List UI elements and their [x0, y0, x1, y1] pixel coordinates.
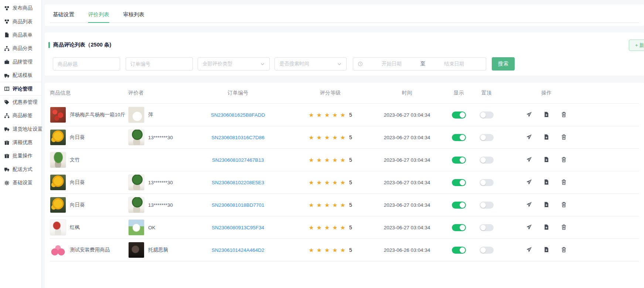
show-toggle[interactable]: [452, 247, 466, 254]
start-date-placeholder[interactable]: 开始日期: [364, 61, 419, 67]
column-header-评分等级: 评分等级: [292, 90, 369, 96]
note-button[interactable]: [543, 202, 550, 208]
review-time: 2023-06-26 03:04:34: [384, 247, 430, 253]
reply-button[interactable]: [526, 224, 532, 231]
pin-top-toggle[interactable]: [480, 247, 494, 254]
order-number-link[interactable]: SN2306081625B8FADD: [211, 112, 265, 118]
order-number-link[interactable]: SN230608102208E5E3: [212, 180, 264, 185]
delete-button[interactable]: [560, 202, 567, 208]
star-icon: ★: [317, 112, 322, 119]
rating-value: 5: [349, 247, 352, 253]
note-button[interactable]: [543, 112, 550, 118]
order-number-link[interactable]: SN2306081027467B13: [212, 157, 264, 163]
star-rating: ★★★★★: [309, 202, 348, 209]
sidebar-item-批量操作[interactable]: 批量操作: [0, 149, 41, 162]
sidebar-item-评论管理[interactable]: 评论管理: [0, 82, 41, 95]
sidebar-item-配送方式[interactable]: 配送方式: [0, 163, 41, 176]
product-title-input[interactable]: [53, 57, 120, 71]
filter-row: 全部评价类型 是否搜索时间 开始日期 至 结束日期 搜索: [53, 57, 515, 71]
sidebar-item-满额优惠[interactable]: 满额优惠: [0, 136, 41, 149]
show-toggle[interactable]: [452, 179, 466, 186]
actions-cell: [500, 202, 593, 208]
order-number-input[interactable]: [126, 57, 193, 71]
sidebar-item-退货地址设置[interactable]: 退货地址设置: [0, 123, 41, 136]
reply-button[interactable]: [526, 202, 532, 208]
time-cell: 2023-06-27 03:04:34: [369, 180, 445, 185]
delete-button[interactable]: [560, 134, 567, 141]
reviewer-cell: 13*******30: [128, 197, 184, 213]
show-toggle[interactable]: [452, 224, 466, 231]
note-button[interactable]: [543, 157, 550, 163]
actions-cell: [500, 224, 593, 231]
star-rating: ★★★★★: [309, 179, 348, 186]
date-separator: 至: [419, 61, 427, 67]
product-image: [50, 152, 66, 168]
table-row: 红枫OKSN2306080913C95F34★★★★★52023-06-27 0…: [50, 216, 639, 239]
note-button[interactable]: [543, 247, 550, 253]
sidebar-item-发布商品[interactable]: 发布商品: [0, 1, 41, 15]
order-number-link[interactable]: SN2306081018BD7701: [212, 202, 265, 208]
search-button[interactable]: 搜索: [492, 57, 515, 71]
product-image: [50, 174, 66, 191]
send-icon: [526, 247, 532, 253]
star-icon: ★: [317, 157, 322, 164]
note-button[interactable]: [543, 224, 550, 231]
reply-button[interactable]: [526, 157, 532, 163]
sidebar-item-商品列表[interactable]: 商品列表: [0, 15, 41, 28]
show-toggle[interactable]: [452, 112, 466, 119]
note-button[interactable]: [543, 179, 550, 186]
delete-button[interactable]: [560, 157, 567, 163]
tab-评价列表[interactable]: 评价列表: [88, 11, 109, 23]
tab-基础设置[interactable]: 基础设置: [53, 11, 74, 23]
actions-cell: [500, 179, 593, 186]
sidebar-item-优惠券管理[interactable]: 优惠券管理: [0, 96, 41, 109]
sidebar-item-配送模板[interactable]: 配送模板: [0, 69, 41, 82]
sidebar-item-商品分类[interactable]: 商品分类: [0, 42, 41, 55]
delete-button[interactable]: [560, 179, 567, 186]
order-cell: SN230608102208E5E3: [184, 180, 292, 185]
sidebar-item-label: 配送方式: [13, 166, 33, 173]
pin-top-toggle[interactable]: [480, 224, 494, 231]
pin-top-toggle[interactable]: [480, 179, 494, 186]
pin-cell: [473, 202, 500, 209]
order-number-link[interactable]: SN23060810316C7D86: [211, 135, 264, 140]
review-time: 2023-06-27 03:04:34: [384, 157, 430, 163]
tab-审核列表[interactable]: 审核列表: [123, 11, 144, 23]
reply-button[interactable]: [526, 112, 532, 118]
delete-button[interactable]: [560, 112, 567, 118]
rating-value: 5: [349, 157, 352, 163]
date-range-picker[interactable]: 开始日期 至 结束日期: [353, 57, 486, 71]
reply-button[interactable]: [526, 247, 532, 253]
reviewer-cell: 13*******30: [128, 174, 184, 191]
trash-icon: [561, 247, 567, 253]
pin-top-toggle[interactable]: [480, 202, 494, 209]
reviewer-name: OK: [148, 225, 156, 230]
delete-button[interactable]: [560, 247, 567, 253]
sidebar-item-品牌管理[interactable]: 品牌管理: [0, 55, 41, 69]
star-icon: ★: [317, 179, 322, 186]
reply-button[interactable]: [526, 179, 532, 186]
order-number-link[interactable]: SN2306080913C95F34: [212, 225, 264, 230]
pin-top-toggle[interactable]: [480, 112, 494, 119]
reviewer-name: 13*******30: [148, 202, 173, 208]
show-toggle[interactable]: [452, 157, 466, 164]
sidebar-item-label: 商品表单: [13, 32, 33, 38]
show-toggle[interactable]: [452, 134, 466, 141]
note-button[interactable]: [543, 134, 550, 141]
sidebar-item-基础设置[interactable]: 基础设置: [0, 176, 41, 189]
review-type-select[interactable]: 全部评价类型: [198, 57, 270, 71]
star-icon: ★: [340, 224, 345, 231]
sidebar-item-label: 退货地址设置: [13, 126, 42, 133]
end-date-placeholder[interactable]: 结束日期: [427, 61, 481, 67]
delete-button[interactable]: [560, 224, 567, 231]
reply-button[interactable]: [526, 134, 532, 141]
order-number-link[interactable]: SN2306101424A464D2: [212, 247, 265, 253]
pin-top-toggle[interactable]: [480, 157, 494, 164]
star-icon: ★: [332, 224, 337, 231]
sidebar-item-商品表单[interactable]: 商品表单: [0, 28, 41, 42]
show-toggle[interactable]: [452, 202, 466, 209]
add-button[interactable]: + 新增: [629, 40, 644, 51]
sidebar-item-商品标签[interactable]: 商品标签: [0, 109, 41, 122]
search-time-select[interactable]: 是否搜索时间: [275, 57, 347, 71]
pin-top-toggle[interactable]: [480, 134, 494, 141]
